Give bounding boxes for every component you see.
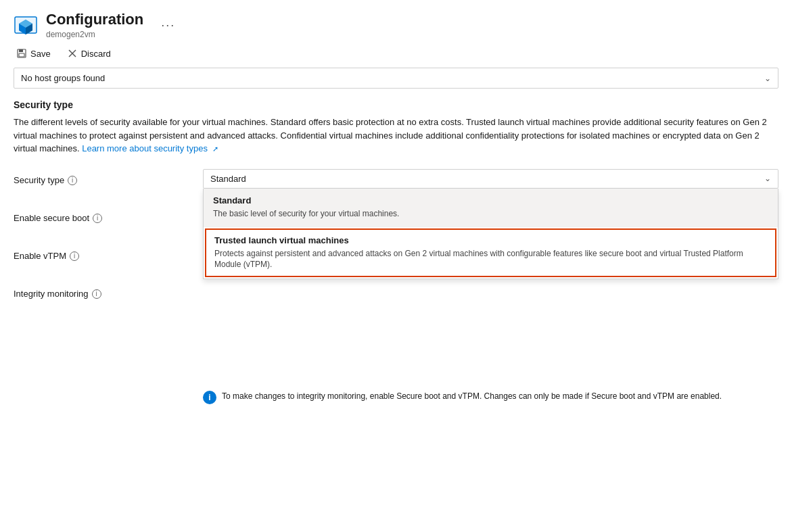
host-group-dropdown[interactable]: No host groups found ⌄ [14, 68, 778, 89]
svg-rect-8 [19, 53, 24, 57]
dropdown-item-trusted[interactable]: Trusted launch virtual machines Protects… [205, 228, 776, 278]
security-type-label: Security type i [14, 173, 77, 187]
security-type-dropdown-wrapper: Standard ⌄ Standard The basic level of s… [203, 169, 778, 189]
section-title: Security type [14, 99, 778, 110]
host-group-text: No host groups found [21, 73, 105, 83]
save-label: Save [30, 49, 51, 59]
dropdown-chevron-icon: ⌄ [764, 174, 771, 183]
app-icon [14, 13, 38, 37]
security-section: Security type The different levels of se… [0, 99, 792, 410]
discard-icon [67, 48, 78, 59]
form-area: Security type i Enable secure boot i Ena… [14, 169, 778, 410]
info-notice-area: i To make changes to integrity monitorin… [203, 385, 778, 410]
host-group-chevron-icon: ⌄ [764, 74, 771, 83]
security-type-dropdown[interactable]: Standard ⌄ [203, 169, 778, 189]
integrity-monitoring-label-row: Integrity monitoring i [14, 283, 189, 304]
dropdown-item-standard[interactable]: Standard The basic level of security for… [204, 189, 778, 227]
enable-vtpm-label-row: Enable vTPM i [14, 245, 189, 266]
vtpm-info-icon[interactable]: i [70, 251, 79, 261]
security-type-dropdown-menu: Standard The basic level of security for… [203, 189, 778, 279]
discard-label: Discard [81, 49, 111, 59]
form-labels: Security type i Enable secure boot i Ena… [14, 169, 203, 410]
toolbar: Save Discard [0, 42, 792, 68]
dropdown-item-standard-title: Standard [213, 195, 768, 205]
save-button[interactable]: Save [14, 46, 53, 61]
integrity-info-icon[interactable]: i [92, 289, 101, 299]
learn-more-link[interactable]: Learn more about security types ➚ [82, 143, 218, 153]
external-link-icon: ➚ [212, 145, 218, 153]
secure-boot-info-icon[interactable]: i [93, 214, 102, 223]
info-notice: i To make changes to integrity monitorin… [203, 385, 778, 410]
dropdown-item-trusted-desc: Protects against persistent and advanced… [214, 248, 767, 271]
page-title: Configuration [46, 11, 143, 28]
integrity-monitoring-label: Integrity monitoring i [14, 287, 101, 300]
info-notice-icon: i [203, 391, 216, 404]
dropdown-item-standard-desc: The basic level of security for your vir… [213, 208, 768, 220]
save-icon [16, 48, 27, 59]
form-controls: Standard ⌄ Standard The basic level of s… [203, 169, 778, 410]
enable-secure-boot-label-row: Enable secure boot i [14, 207, 189, 228]
more-options-button[interactable]: ··· [157, 16, 179, 35]
security-type-label-row: Security type i [14, 169, 189, 191]
enable-secure-boot-label: Enable secure boot i [14, 211, 102, 224]
discard-button[interactable]: Discard [64, 46, 114, 61]
section-description: The different levels of security availab… [14, 116, 778, 155]
page-subtitle: demogen2vm [46, 30, 143, 39]
info-notice-text: To make changes to integrity monitoring,… [222, 390, 722, 402]
dropdown-item-trusted-title: Trusted launch virtual machines [214, 235, 767, 245]
security-type-info-icon[interactable]: i [68, 176, 77, 185]
header-text-group: Configuration demogen2vm [46, 11, 143, 39]
enable-vtpm-label: Enable vTPM i [14, 249, 79, 262]
svg-rect-7 [19, 49, 23, 52]
page-header: Configuration demogen2vm ··· [0, 0, 792, 42]
